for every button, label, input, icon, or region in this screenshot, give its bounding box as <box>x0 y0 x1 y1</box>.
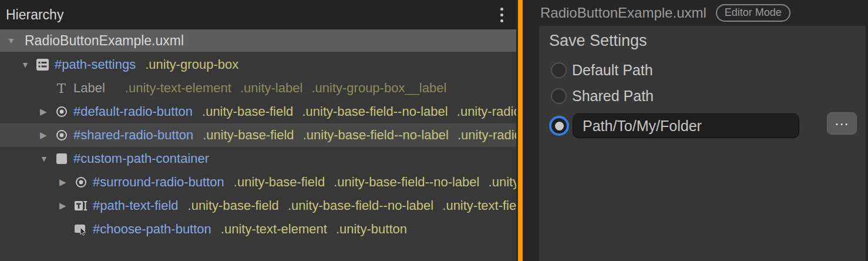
radio-unchecked-icon[interactable] <box>551 62 567 78</box>
tree-item-root-uxml[interactable]: ▼ RadioButtonExample.uxml <box>0 29 516 52</box>
chevron-down-icon[interactable]: ▼ <box>40 154 54 163</box>
hierarchy-header: Hierarchy <box>0 0 516 29</box>
chevron-right-icon[interactable]: ▶ <box>40 106 54 117</box>
save-settings-heading: Save Settings <box>549 32 647 50</box>
browse-button[interactable]: ... <box>827 112 857 135</box>
tree-item-default-radio-button[interactable]: ▶ #default-radio-button .unity-base-fiel… <box>0 100 516 123</box>
tree-item-shared-radio-button[interactable]: ▶ #shared-radio-button .unity-base-field… <box>0 123 516 147</box>
element-classes: .unity-base-field .unity-base-field--no-… <box>203 128 516 143</box>
chevron-right-icon[interactable]: ▶ <box>59 177 73 188</box>
element-classes: .unity-text-element .unity-button <box>221 222 407 237</box>
element-name: #path-text-field <box>93 198 179 213</box>
visual-element-icon <box>54 152 69 166</box>
preview-header: RadioButtonExample.uxml Editor Mode <box>523 0 868 26</box>
kebab-menu-icon[interactable] <box>497 5 507 25</box>
document-title: RadioButtonExample.uxml <box>540 5 706 21</box>
label-icon: T <box>54 81 69 95</box>
element-name: #shared-radio-button <box>73 128 193 143</box>
element-name: #default-radio-button <box>73 104 193 119</box>
hierarchy-panel: Hierarchy ▼ RadioButtonExample.uxml ▼ #p… <box>0 0 518 261</box>
chevron-right-icon[interactable]: ▶ <box>40 130 54 140</box>
browse-button-label: ... <box>835 112 849 128</box>
hierarchy-title: Hierarchy <box>6 7 63 23</box>
tree-root-label: RadioButtonExample.uxml <box>25 33 184 49</box>
tree-item-choose-path-button[interactable]: #choose-path-button .unity-text-element … <box>0 218 516 241</box>
preview-panel: RadioButtonExample.uxml Editor Mode Save… <box>523 0 868 261</box>
element-classes: .unity-base-field .unity-base-field--no-… <box>188 198 516 213</box>
button-icon <box>73 222 88 236</box>
shared-path-option: Shared Path <box>539 88 654 105</box>
tree-item-path-settings[interactable]: ▼ #path-settings .unity-group-box <box>0 53 516 76</box>
tree-item-custom-path-container[interactable]: ▼ #custom-path-container <box>0 147 516 170</box>
radio-button-icon <box>54 105 69 119</box>
text-field-icon <box>73 199 88 213</box>
design-canvas: Save Settings Default Path Shared Path .… <box>539 26 866 261</box>
element-classes: .unity-base-field .unity-base-field--no-… <box>234 175 516 190</box>
element-name: #path-settings <box>55 57 136 72</box>
chevron-right-icon[interactable]: ▶ <box>59 200 73 211</box>
element-name: Label <box>73 81 105 96</box>
path-input[interactable] <box>573 113 799 138</box>
chevron-down-icon[interactable]: ▼ <box>7 36 21 45</box>
editor-mode-badge: Editor Mode <box>716 4 790 22</box>
element-classes: .unity-group-box <box>145 57 238 72</box>
panel-splitter[interactable] <box>518 0 523 261</box>
hierarchy-tree: ▼ #path-settings .unity-group-box T Labe… <box>0 52 516 241</box>
tree-item-label[interactable]: T Label .unity-text-element .unity-label… <box>0 76 516 100</box>
radio-unchecked-icon[interactable] <box>551 88 567 104</box>
element-name: #surround-radio-button <box>93 175 224 190</box>
element-name: #choose-path-button <box>93 222 211 237</box>
element-classes: .unity-base-field .unity-base-field--no-… <box>202 104 516 119</box>
radio-label[interactable]: Default Path <box>572 62 653 79</box>
radio-checked-icon[interactable] <box>549 116 569 136</box>
default-path-option: Default Path <box>539 62 653 79</box>
group-box-icon <box>35 58 50 72</box>
tree-item-path-text-field[interactable]: ▶ #path-text-field .unity-base-field .un… <box>0 194 516 218</box>
radio-button-icon <box>73 175 88 189</box>
tree-item-surround-radio-button[interactable]: ▶ #surround-radio-button .unity-base-fie… <box>0 170 516 194</box>
radio-button-icon <box>54 128 69 142</box>
radio-label[interactable]: Shared Path <box>572 88 654 105</box>
chevron-down-icon[interactable]: ▼ <box>21 60 35 69</box>
custom-path-option <box>539 113 799 138</box>
element-classes: .unity-text-element .unity-label .unity-… <box>125 81 447 96</box>
element-name: #custom-path-container <box>73 151 209 166</box>
